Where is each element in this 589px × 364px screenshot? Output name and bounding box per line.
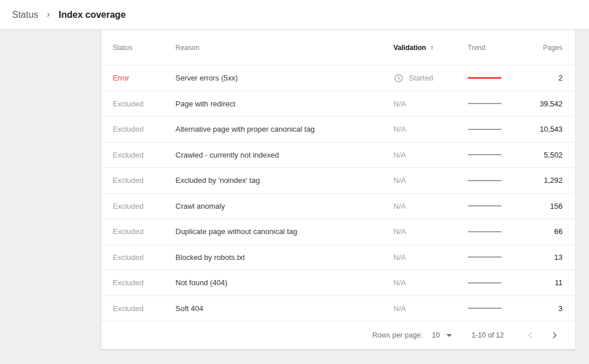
rows-per-page-value: 10 xyxy=(432,331,440,339)
reason-cell: Page with redirect xyxy=(175,99,393,108)
reason-cell: Blocked by robots.txt xyxy=(175,253,393,262)
trend-sparkline xyxy=(468,180,502,181)
column-header-reason[interactable]: Reason xyxy=(175,44,393,52)
validation-status-label: N/A xyxy=(393,304,406,313)
trend-cell xyxy=(468,154,525,155)
validation-status-label: N/A xyxy=(393,227,406,236)
index-coverage-card: Status Reason Validation ↑ Trend Pages E… xyxy=(101,30,575,349)
reason-cell: Server errors (5xx) xyxy=(175,74,393,82)
table-row[interactable]: Excluded Crawl anomaly N/A 156 xyxy=(101,194,575,220)
validation-status-label: Started xyxy=(409,74,433,82)
table-row[interactable]: Excluded Blocked by robots.txt N/A 13 xyxy=(101,245,575,271)
reason-cell: Duplicate page without canonical tag xyxy=(175,227,393,236)
validation-cell: N/A xyxy=(393,253,468,262)
trend-sparkline xyxy=(468,103,502,104)
status-cell: Excluded xyxy=(113,176,175,185)
pages-cell: 5,502 xyxy=(544,151,563,159)
trend-sparkline xyxy=(468,154,502,155)
reason-cell: Excluded by 'noindex' tag xyxy=(175,176,393,185)
pages-cell: 2 xyxy=(559,74,563,82)
sort-ascending-icon: ↑ xyxy=(430,43,434,52)
breadcrumb-status[interactable]: Status xyxy=(12,10,38,20)
reason-cell: Crawled - currently not indexed xyxy=(175,151,393,159)
trend-sparkline xyxy=(468,256,502,258)
pages-cell: 11 xyxy=(555,278,563,287)
status-cell: Excluded xyxy=(113,278,175,287)
reason-cell: Soft 404 xyxy=(175,304,393,313)
table-row[interactable]: Excluded Excluded by 'noindex' tag N/A 1… xyxy=(101,168,575,194)
trend-cell xyxy=(468,205,525,206)
status-cell: Excluded xyxy=(113,151,175,159)
table-row[interactable]: Excluded Alternative page with proper ca… xyxy=(101,117,575,143)
status-cell: Excluded xyxy=(113,125,175,133)
pages-cell: 156 xyxy=(550,202,563,210)
validation-cell: N/A xyxy=(393,176,468,185)
next-page-button[interactable] xyxy=(549,329,560,341)
status-cell: Excluded xyxy=(113,227,175,236)
pagination-range: 1-10 of 12 xyxy=(472,331,504,339)
trend-cell xyxy=(468,129,525,130)
validation-cell: Started xyxy=(393,73,468,83)
validation-status-label: N/A xyxy=(393,278,406,287)
table-row[interactable]: Error Server errors (5xx) Started 2 xyxy=(101,66,575,91)
pages-cell: 3 xyxy=(559,304,563,313)
column-header-trend[interactable]: Trend xyxy=(468,44,525,52)
rows-per-page-select[interactable]: 10 xyxy=(432,331,452,339)
column-header-status[interactable]: Status xyxy=(113,44,175,52)
validation-cell: N/A xyxy=(393,202,468,210)
trend-sparkline xyxy=(468,129,502,130)
trend-cell xyxy=(468,103,525,104)
validation-cell: N/A xyxy=(393,125,468,133)
pages-cell: 1,292 xyxy=(544,176,563,185)
status-cell: Excluded xyxy=(113,99,175,108)
table-row[interactable]: Excluded Crawled - currently not indexed… xyxy=(101,143,575,168)
trend-sparkline xyxy=(468,231,502,232)
pagination-bar: Rows per page: 10 1-10 of 12 xyxy=(101,321,575,349)
validation-cell: N/A xyxy=(393,304,468,313)
validation-cell: N/A xyxy=(393,151,468,159)
status-cell: Excluded xyxy=(113,304,175,313)
pages-cell: 39,542 xyxy=(540,99,563,108)
table-row[interactable]: Excluded Soft 404 N/A 3 xyxy=(101,296,575,322)
trend-sparkline xyxy=(468,77,502,79)
page-title: Index coverage xyxy=(59,10,126,20)
trend-sparkline xyxy=(468,205,502,206)
validation-status-label: N/A xyxy=(393,99,406,108)
reason-cell: Alternative page with proper canonical t… xyxy=(175,125,393,133)
status-cell: Excluded xyxy=(113,202,175,210)
trend-cell xyxy=(468,180,525,181)
column-header-pages[interactable]: Pages xyxy=(543,44,563,52)
table-row[interactable]: Excluded Not found (404) N/A 11 xyxy=(101,270,575,296)
trend-cell xyxy=(468,308,525,309)
pages-cell: 10,543 xyxy=(540,125,563,133)
validation-status-label: N/A xyxy=(393,202,406,210)
pages-cell: 66 xyxy=(554,227,563,236)
validation-cell: N/A xyxy=(393,278,468,287)
table-row[interactable]: Excluded Duplicate page without canonica… xyxy=(101,219,575,245)
validation-status-label: N/A xyxy=(393,125,406,133)
column-header-validation[interactable]: Validation ↑ xyxy=(393,43,468,52)
chevron-right-icon xyxy=(549,330,560,340)
trend-cell xyxy=(468,256,525,258)
table-row[interactable]: Excluded Page with redirect N/A 39,542 xyxy=(101,91,575,117)
chevron-right-icon: › xyxy=(47,9,50,20)
trend-sparkline xyxy=(468,308,502,309)
pages-cell: 13 xyxy=(554,253,563,262)
topbar: Status › Index coverage xyxy=(0,0,589,30)
dropdown-arrow-icon xyxy=(446,334,452,337)
trend-cell xyxy=(468,282,525,283)
validation-cell: N/A xyxy=(393,227,468,236)
validation-status-label: N/A xyxy=(393,151,406,159)
trend-sparkline xyxy=(468,282,502,283)
status-cell: Excluded xyxy=(113,253,175,262)
chevron-left-icon xyxy=(525,330,536,340)
column-header-validation-label: Validation xyxy=(393,44,426,52)
reason-cell: Crawl anomaly xyxy=(175,202,393,210)
rows-per-page-label: Rows per page: xyxy=(372,331,423,339)
validation-status-label: N/A xyxy=(393,253,406,262)
trend-cell xyxy=(468,231,525,232)
table-header-row: Status Reason Validation ↑ Trend Pages xyxy=(101,30,575,66)
previous-page-button[interactable] xyxy=(525,329,536,341)
status-cell: Error xyxy=(113,74,175,82)
validation-cell: N/A xyxy=(393,99,468,108)
